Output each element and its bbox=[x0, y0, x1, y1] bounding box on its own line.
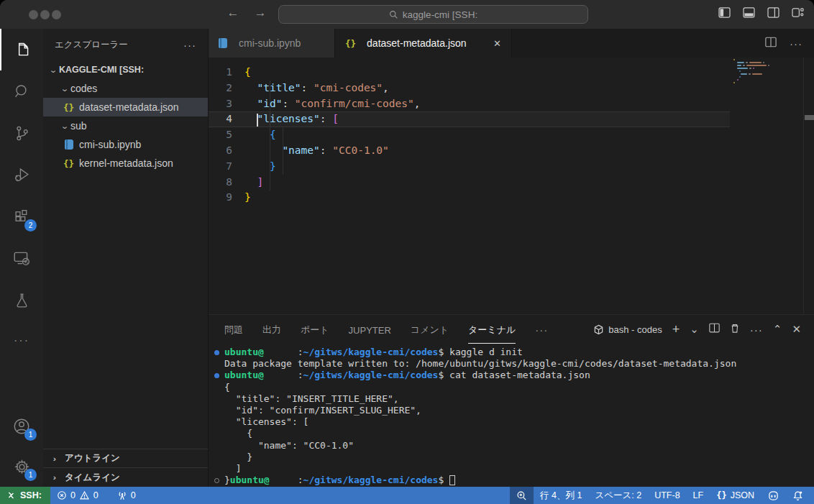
editor-group: cmi-sub.ipynb {} dataset-metadata.json ✕… bbox=[209, 29, 814, 314]
panel-actions-more-icon[interactable]: ··· bbox=[750, 324, 763, 336]
minimap-line bbox=[731, 68, 803, 70]
terminal-text: ] bbox=[224, 463, 241, 475]
line-number: 6 bbox=[209, 143, 244, 159]
zoom-status-item[interactable] bbox=[510, 487, 534, 504]
toggle-primary-sidebar-icon[interactable] bbox=[718, 7, 731, 18]
problems-indicator[interactable]: 0 0 bbox=[50, 487, 105, 504]
code-line: 3 "id": "confirm/cmi-codes", bbox=[209, 96, 730, 112]
eol-indicator[interactable]: LF bbox=[687, 487, 710, 504]
panel-more-icon[interactable]: ··· bbox=[535, 324, 548, 336]
tab-dataset-metadata[interactable]: {} dataset-metadata.json ✕ bbox=[335, 29, 512, 58]
maximize-panel-icon[interactable]: ⌃ bbox=[773, 323, 782, 336]
line-number: 5 bbox=[209, 127, 244, 143]
indentation-indicator[interactable]: スペース: 2 bbox=[588, 487, 648, 504]
terminal-gutter bbox=[209, 463, 224, 475]
tree-item-sub[interactable]: ⌄ sub bbox=[43, 116, 208, 135]
panel-tab-comments[interactable]: コメント bbox=[411, 316, 449, 343]
split-terminal-icon[interactable] bbox=[709, 323, 720, 336]
line-number: 4 bbox=[209, 111, 244, 127]
panel-tab-problems[interactable]: 問題 bbox=[224, 316, 243, 343]
tab-close-icon[interactable]: ✕ bbox=[493, 38, 501, 49]
terminal-line: } bbox=[209, 452, 814, 463]
outline-section-header[interactable]: › アウトライン bbox=[43, 449, 208, 467]
close-panel-icon[interactable]: ✕ bbox=[792, 323, 801, 336]
toggle-secondary-sidebar-icon[interactable] bbox=[767, 7, 779, 18]
terminal-gutter bbox=[209, 452, 224, 463]
tab-cmi-sub[interactable]: cmi-sub.ipynb bbox=[209, 29, 335, 58]
line-col-indicator[interactable]: 行 4、列 1 bbox=[534, 487, 588, 504]
json-file-icon: {} bbox=[345, 38, 356, 49]
title-bar: ← → kaggle-cmi [SSH: bbox=[0, 0, 814, 29]
panel-tab-ports[interactable]: ポート bbox=[301, 316, 329, 343]
language-indicator[interactable]: {} JSON bbox=[710, 487, 761, 504]
customize-layout-icon[interactable] bbox=[792, 7, 804, 18]
code-line: 1{ bbox=[209, 65, 730, 81]
editor-scrollbar[interactable] bbox=[803, 58, 814, 314]
source-control-icon[interactable] bbox=[0, 112, 43, 154]
json-file-icon: {} bbox=[63, 102, 74, 113]
code-line: 5 { bbox=[209, 127, 730, 143]
scrollbar-thumb[interactable] bbox=[805, 115, 814, 120]
terminal-text: "id": "confirm/INSERT_SLUG_HERE", bbox=[224, 405, 421, 416]
minimap[interactable] bbox=[731, 59, 803, 314]
tree-item-dataset-metadata[interactable]: {} dataset-metadata.json bbox=[43, 98, 208, 116]
command-center-search[interactable]: kaggle-cmi [SSH: bbox=[278, 5, 588, 24]
testing-icon[interactable] bbox=[0, 279, 43, 321]
activity-more-icon[interactable]: ··· bbox=[0, 321, 43, 361]
terminal-text: ubuntu@ :~/gitws/kaggle-cmi/codes$ kaggl… bbox=[224, 347, 523, 358]
new-terminal-icon[interactable]: + bbox=[672, 322, 680, 337]
toggle-panel-icon[interactable] bbox=[743, 7, 755, 18]
search-sidebar-icon[interactable] bbox=[0, 70, 43, 112]
kill-terminal-icon[interactable] bbox=[730, 323, 740, 336]
json-file-icon: {} bbox=[63, 158, 74, 169]
timeline-section-header[interactable]: › タイムライン bbox=[43, 467, 208, 487]
terminal-dropdown-icon[interactable]: ⌄ bbox=[690, 323, 699, 336]
terminal-line: { bbox=[209, 428, 814, 439]
terminal-cursor bbox=[449, 475, 455, 485]
panel-tab-output[interactable]: 出力 bbox=[262, 316, 281, 343]
vscode-window: ← → kaggle-cmi [SSH: 2 bbox=[0, 0, 814, 504]
terminal-line: { bbox=[209, 382, 814, 393]
sidebar-title: エクスプローラー bbox=[55, 39, 128, 51]
ports-indicator[interactable]: 0 bbox=[111, 487, 142, 504]
accounts-icon[interactable]: 1 bbox=[0, 406, 43, 446]
explorer-icon[interactable] bbox=[0, 29, 43, 70]
encoding-indicator[interactable]: UTF-8 bbox=[648, 487, 686, 504]
panel-tab-terminal[interactable]: ターミナル bbox=[468, 316, 516, 344]
zoom-in-icon bbox=[516, 490, 527, 501]
minimap-line bbox=[731, 82, 803, 84]
extensions-icon[interactable]: 2 bbox=[0, 196, 43, 237]
explorer-sidebar: エクスプローラー ··· ⌄ KAGGLE-CMI [SSH: ⌄ codes … bbox=[43, 29, 209, 487]
copilot-status-item[interactable] bbox=[761, 487, 786, 504]
remote-indicator[interactable]: SSH: bbox=[0, 487, 50, 504]
tree-item-kernel-metadata[interactable]: {} kernel-metadata.json bbox=[43, 154, 208, 173]
line-number: 3 bbox=[209, 96, 244, 112]
window-zoom-button[interactable] bbox=[52, 10, 61, 19]
code-line: 9} bbox=[209, 190, 730, 206]
terminal-gutter bbox=[209, 382, 224, 393]
nav-forward-button[interactable]: → bbox=[252, 6, 269, 20]
panel-tab-jupyter[interactable]: JUPYTER bbox=[349, 317, 391, 342]
remote-explorer-icon[interactable] bbox=[0, 237, 43, 279]
run-debug-icon[interactable] bbox=[0, 154, 43, 196]
window-close-button[interactable] bbox=[29, 10, 38, 19]
split-editor-icon[interactable] bbox=[765, 37, 777, 50]
terminal-output[interactable]: ubuntu@ :~/gitws/kaggle-cmi/codes$ kaggl… bbox=[209, 347, 814, 487]
tree-item-codes[interactable]: ⌄ codes bbox=[43, 79, 208, 98]
nav-back-button[interactable]: ← bbox=[224, 6, 242, 20]
terminal-line: ] bbox=[209, 463, 814, 475]
editor-code[interactable]: 1{2 "title": "cmi-codes",3 "id": "confir… bbox=[209, 58, 814, 314]
terminal-gutter bbox=[209, 393, 224, 405]
terminal-text: Data package template written to: /home/… bbox=[224, 358, 736, 370]
tree-item-cmi-sub[interactable]: cmi-sub.ipynb bbox=[43, 135, 208, 154]
window-minimize-button[interactable] bbox=[40, 10, 50, 19]
copilot-icon bbox=[767, 490, 779, 501]
minimap-line bbox=[731, 70, 803, 73]
sidebar-more-icon[interactable]: ··· bbox=[183, 39, 196, 51]
terminal-instance[interactable]: bash - codes bbox=[593, 324, 662, 335]
settings-gear-icon[interactable]: 1 bbox=[0, 446, 43, 487]
tree-item-root[interactable]: ⌄ KAGGLE-CMI [SSH: bbox=[43, 60, 208, 79]
notifications-bell[interactable] bbox=[786, 487, 810, 504]
braces-icon: {} bbox=[716, 490, 726, 500]
editor-more-icon[interactable]: ··· bbox=[790, 37, 802, 50]
